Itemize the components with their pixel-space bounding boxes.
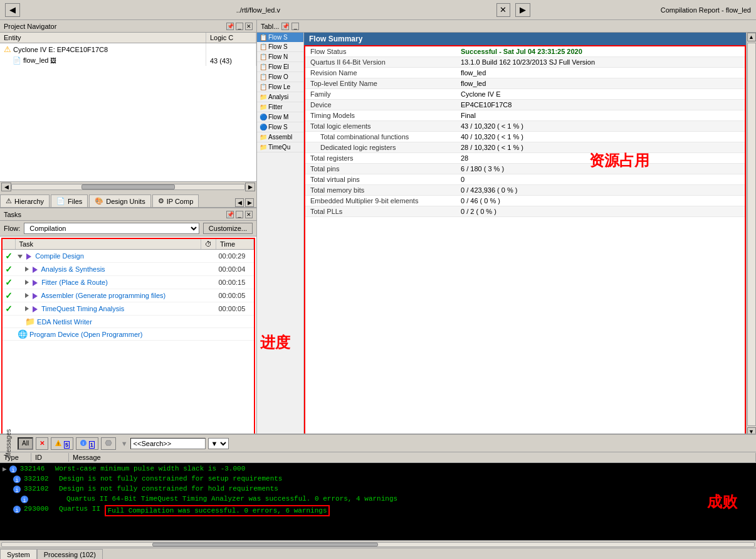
- tabs-next-btn[interactable]: ▶: [245, 198, 254, 207]
- tabs-prev-btn[interactable]: ◀: [235, 198, 244, 207]
- table-row[interactable]: 📄 flow_led 🖼 43 (43): [0, 55, 256, 66]
- task-name[interactable]: Program Device (Open Programmer): [29, 331, 142, 338]
- expand-icon[interactable]: [25, 293, 29, 298]
- customize-button[interactable]: Customize...: [203, 223, 253, 234]
- task-name[interactable]: Compile Design: [35, 252, 84, 260]
- search-dropdown[interactable]: ▼: [208, 438, 229, 449]
- info-filter-btn[interactable]: i 1: [76, 437, 98, 450]
- file-icon: 📄: [13, 56, 21, 64]
- h-scrollbar-project[interactable]: ◀ ▶: [0, 181, 256, 191]
- pin-right-btn[interactable]: 📌: [281, 23, 289, 30]
- task-name[interactable]: Assembler (Generate programming files): [41, 292, 166, 299]
- tab-ip-comp[interactable]: ⚙ IP Comp: [152, 194, 199, 207]
- task-name[interactable]: TimeQuest Timing Analysis: [41, 305, 124, 312]
- flow-dropdown[interactable]: Compilation: [24, 223, 199, 234]
- nav-item-flow-settings[interactable]: 📋 Flow S: [257, 42, 303, 52]
- scroll-thumb[interactable]: [81, 184, 174, 189]
- play-icon: [33, 306, 38, 312]
- msg-scroll-track[interactable]: [1, 542, 755, 547]
- row-value: 0 / 2 ( 0 % ): [456, 206, 745, 217]
- task-row[interactable]: 📁 EDA Netlist Writer: [3, 316, 254, 328]
- status-check: ✓: [5, 251, 13, 261]
- nav-item-flow-messages[interactable]: 🔵 Flow M: [257, 112, 303, 122]
- tab-design-units[interactable]: 🎨 Design Units: [89, 194, 150, 207]
- nav-item-flow-non-default[interactable]: 📋 Flow N: [257, 52, 303, 62]
- messages-h-scrollbar[interactable]: [0, 540, 756, 548]
- nav-item-flow-suppressed[interactable]: 🔵 Flow S: [257, 122, 303, 132]
- row-label: Device: [305, 100, 456, 110]
- task-name[interactable]: EDA Netlist Writer: [37, 318, 92, 326]
- task-row[interactable]: 🌐 Program Device (Open Programmer): [3, 328, 254, 341]
- task-row[interactable]: ✓ Assembler (Generate programming files)…: [3, 289, 254, 302]
- search-input[interactable]: [130, 438, 206, 449]
- play-icon: [33, 267, 38, 273]
- nav-item-flow-os[interactable]: 📋 Flow O: [257, 72, 303, 82]
- svg-text:i: i: [11, 467, 14, 474]
- scroll-left-btn[interactable]: ◀: [1, 183, 11, 191]
- tasks-pin-btn[interactable]: 📌: [226, 211, 234, 218]
- entity-icon2: 🖼: [50, 57, 56, 64]
- error-filter-btn[interactable]: ✕: [36, 437, 48, 450]
- table-row: Top-level Entity Name flow_led: [305, 78, 745, 89]
- nav-forward-btn[interactable]: ▶: [515, 3, 530, 17]
- expand-icon[interactable]: [25, 267, 29, 272]
- scroll-track[interactable]: [11, 184, 245, 190]
- tasks-minimize-btn[interactable]: _: [236, 211, 243, 218]
- nav-item-analysis[interactable]: 📁 Analysi: [257, 92, 303, 102]
- message-row: i Quartus II 64-Bit TimeQuest Timing Ana…: [0, 494, 756, 504]
- nav-item-flow-elapsed[interactable]: 📋 Flow El: [257, 62, 303, 72]
- nav-item-flow-summary[interactable]: 📋 Flow S: [257, 33, 303, 42]
- min-right-btn[interactable]: _: [291, 23, 299, 30]
- pin-btn[interactable]: 📌: [226, 23, 234, 30]
- folder-icon: 📁: [25, 317, 35, 326]
- expand-icon[interactable]: [18, 255, 23, 258]
- nav-item-icon: 📋: [260, 34, 267, 41]
- success-annotation: 成败: [707, 492, 737, 512]
- bottom-tabs: System Processing (102): [0, 548, 756, 559]
- info-msg-icon: i: [13, 485, 21, 494]
- nav-item-flow-log[interactable]: 📋 Flow Le: [257, 82, 303, 92]
- nav-item-fitter[interactable]: 📁 Fitter: [257, 102, 303, 112]
- v-scrollbar-right[interactable]: ▲ ▼: [746, 33, 756, 436]
- scroll-up-btn[interactable]: ▲: [747, 33, 756, 41]
- expand-arrow[interactable]: ▶: [3, 465, 7, 473]
- nav-item-timequest[interactable]: 📁 TimeQu: [257, 142, 303, 152]
- task-time: 00:00:05: [216, 302, 254, 316]
- col-logic: Logic C: [206, 33, 256, 43]
- nav-back-btn[interactable]: ◀: [5, 3, 20, 17]
- minimize-btn[interactable]: _: [236, 23, 243, 30]
- tasks-flow-header: Flow: Compilation Customize...: [0, 221, 256, 237]
- task-row[interactable]: ✓ TimeQuest Timing Analysis 00:00:05: [3, 302, 254, 316]
- task-name[interactable]: Fitter (Place & Route): [41, 279, 108, 286]
- table-row: Total logic elements 43 / 10,320 ( < 1 %…: [305, 121, 745, 132]
- msg-scroll-thumb[interactable]: [152, 543, 378, 546]
- close-file-btn[interactable]: ✕: [496, 3, 510, 17]
- scroll-right-btn[interactable]: ▶: [245, 183, 255, 191]
- globe-icon: 🌐: [18, 329, 28, 339]
- suppress-filter-btn[interactable]: [101, 437, 116, 450]
- row-label: Total memory bits: [305, 185, 456, 196]
- tab-hierarchy[interactable]: ⚠ Hierarchy: [0, 194, 50, 207]
- close-btn[interactable]: ✕: [245, 23, 253, 30]
- tasks-close-btn[interactable]: ✕: [245, 211, 253, 218]
- tab-system[interactable]: System: [0, 549, 37, 559]
- row-label: Total pins: [305, 164, 456, 174]
- expand-icon[interactable]: [25, 306, 29, 311]
- tab-files[interactable]: 📄 Files: [51, 194, 88, 207]
- bottom-panel: Messages All ✕ ! 5 i 1: [0, 434, 756, 559]
- all-filter-btn[interactable]: All: [18, 437, 33, 450]
- warning-filter-btn[interactable]: ! 5: [51, 437, 73, 450]
- table-row[interactable]: ⚠ Cyclone IV E: EP4CE10F17C8: [0, 43, 256, 56]
- row-label: Total virtual pins: [305, 174, 456, 185]
- task-row[interactable]: ✓ Analysis & Synthesis 00:00:04: [3, 263, 254, 276]
- msg-text: Worst-case minimum pulse width slack is …: [55, 465, 246, 472]
- task-row[interactable]: ✓ Compile Design 00:00:29: [3, 250, 254, 263]
- window-title: Compilation Report - flow_led: [661, 6, 751, 14]
- expand-icon[interactable]: [25, 280, 29, 285]
- tab-processing[interactable]: Processing (102): [37, 549, 103, 559]
- row-value: 0 / 46 ( 0 % ): [456, 196, 745, 206]
- col-status: [3, 239, 15, 250]
- task-row[interactable]: ✓ Fitter (Place & Route) 00:00:15: [3, 276, 254, 289]
- nav-item-assembler[interactable]: 📁 Assembl: [257, 132, 303, 142]
- task-name[interactable]: Analysis & Synthesis: [41, 265, 105, 273]
